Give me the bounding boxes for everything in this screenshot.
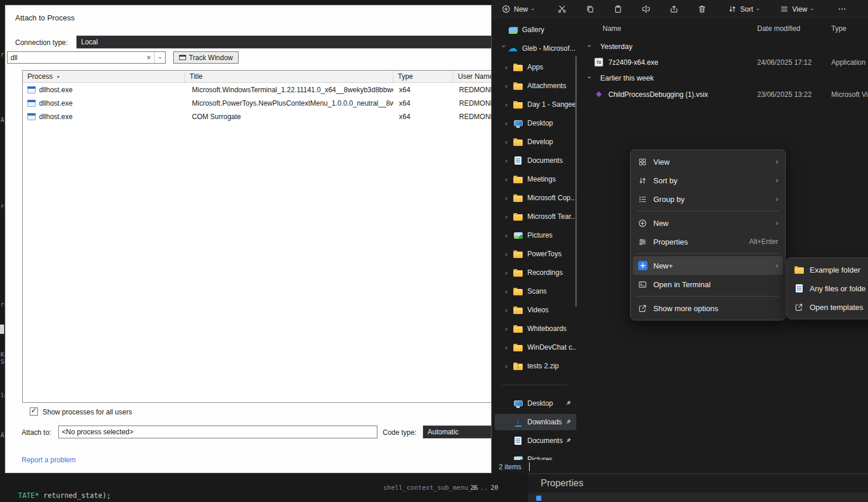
copy-button[interactable] xyxy=(582,2,598,16)
column-header-process[interactable]: Process▲ xyxy=(23,71,185,82)
chevron-right-icon[interactable]: › xyxy=(505,326,512,332)
chevron-right-icon[interactable]: › xyxy=(505,64,512,71)
external-arrow-icon xyxy=(638,304,648,313)
sidebar-item-microsoft-copilot[interactable]: ›Microsoft Cop... xyxy=(495,190,576,206)
chevron-down-icon[interactable]: › xyxy=(501,45,507,52)
submenu-item-open-templates[interactable]: Open templates xyxy=(789,298,868,316)
track-window-label: Track Window xyxy=(189,54,233,62)
chevron-right-icon[interactable]: › xyxy=(505,120,512,127)
process-filter-combobox[interactable]: × › xyxy=(7,51,166,64)
process-filter-input[interactable] xyxy=(8,54,144,62)
menu-item-show-more-options[interactable]: Show more options xyxy=(633,299,783,318)
menu-item-new-plus[interactable]: New+› xyxy=(633,256,783,275)
view-button[interactable]: View › xyxy=(776,2,817,16)
view-button-label: View xyxy=(792,5,807,13)
submenu-item-any-files[interactable]: Any files or folde xyxy=(789,279,868,298)
chevron-right-icon[interactable]: › xyxy=(505,83,512,89)
chevron-right-icon[interactable]: › xyxy=(505,214,512,220)
rename-icon xyxy=(642,5,650,13)
sidebar-item-label: Day 1 - Sangee... xyxy=(527,100,576,109)
delete-button[interactable] xyxy=(694,2,710,16)
column-header-username[interactable]: User Name xyxy=(453,71,492,82)
menu-item-open-in-terminal[interactable]: Open in Terminal xyxy=(633,275,783,294)
folder-icon xyxy=(513,196,523,202)
sidebar-item-downloads-pinned[interactable]: ↓Downloads xyxy=(495,414,576,430)
sidebar-item-documents-pinned[interactable]: Documents xyxy=(495,433,576,449)
paste-button[interactable] xyxy=(610,2,626,16)
chevron-right-icon[interactable]: › xyxy=(505,344,512,351)
chevron-right-icon[interactable]: › xyxy=(505,139,512,145)
menu-item-group-by[interactable]: Group by› xyxy=(633,190,783,208)
menu-item-view[interactable]: View› xyxy=(633,152,783,171)
submenu-item-example-folder[interactable]: Example folder xyxy=(789,260,868,279)
sidebar-item-tests-zip[interactable]: ›tests 2.zip xyxy=(495,358,576,374)
sidebar-item-videos[interactable]: ›Videos xyxy=(495,302,576,318)
new-button[interactable]: New › xyxy=(498,2,537,16)
group-collapse-icon[interactable]: › xyxy=(586,45,593,47)
sidebar-item-recordings[interactable]: ›Recordings xyxy=(495,264,576,281)
report-a-problem-link[interactable]: Report a problem xyxy=(22,456,76,464)
chevron-right-icon[interactable]: › xyxy=(505,288,512,295)
sidebar-item-desktop[interactable]: ›Desktop xyxy=(495,115,576,131)
sidebar-item-pictures[interactable]: ›Pictures xyxy=(495,227,576,243)
table-row[interactable]: dllhost.exe Microsoft.WindowsTerminal_1.… xyxy=(23,83,492,96)
cut-button[interactable] xyxy=(554,2,570,16)
menu-item-sort-by[interactable]: Sort by› xyxy=(633,171,783,190)
sidebar-item-label: WinDevChat c... xyxy=(527,343,576,351)
chevron-right-icon[interactable]: › xyxy=(505,232,512,239)
sort-button[interactable]: Sort › xyxy=(724,2,762,16)
column-header-name[interactable]: Name xyxy=(603,25,621,33)
sidebar-item-scans[interactable]: ›Scans xyxy=(495,283,576,299)
chevron-right-icon[interactable]: › xyxy=(505,251,512,257)
group-collapse-icon[interactable]: › xyxy=(586,76,593,79)
column-header-title[interactable]: Title xyxy=(185,71,393,82)
pin-icon xyxy=(565,437,572,445)
file-name[interactable]: 7z2409-x64.exe xyxy=(608,58,658,67)
sidebar-item-documents[interactable]: ›Documents xyxy=(495,152,576,169)
sidebar-item-powertoys[interactable]: ›PowerToys xyxy=(495,246,576,262)
chevron-right-icon[interactable]: › xyxy=(505,195,512,201)
track-window-button[interactable]: Track Window xyxy=(173,51,239,64)
sidebar-item-microsoft-teams[interactable]: ›Microsoft Tear... xyxy=(495,208,576,225)
sidebar-item-windevchat[interactable]: ›WinDevChat c... xyxy=(495,339,576,355)
sidebar-item-apps[interactable]: ›Apps xyxy=(495,59,576,75)
sidebar-item-gallery[interactable]: Gallery xyxy=(495,22,576,38)
table-row[interactable]: dllhost.exe Microsoft.PowerToys.NewPlusC… xyxy=(23,96,492,110)
chevron-right-icon[interactable]: › xyxy=(505,307,512,313)
column-header-date-modified[interactable]: Date modified xyxy=(757,25,800,33)
sidebar-item-desktop-pinned[interactable]: Desktop xyxy=(495,395,576,412)
share-button[interactable] xyxy=(666,2,682,16)
rename-button[interactable] xyxy=(638,2,654,16)
column-header-type[interactable]: Type xyxy=(831,25,846,33)
file-name[interactable]: ChildProcessDebugging (1).vsix xyxy=(608,90,708,99)
column-header-type[interactable]: Type xyxy=(393,71,453,82)
menu-item-new[interactable]: New› xyxy=(633,214,783,232)
chevron-right-icon[interactable]: › xyxy=(505,176,512,183)
folder-icon xyxy=(513,214,523,221)
sidebar-item-whiteboards[interactable]: ›Whiteboards xyxy=(495,320,576,337)
sidebar-item-meetings[interactable]: ›Meetings xyxy=(495,171,576,187)
clear-filter-icon[interactable]: × xyxy=(144,54,154,62)
sidebar-item-develop[interactable]: ›Develop xyxy=(495,134,576,150)
attach-to-field[interactable] xyxy=(58,426,377,438)
sidebar-scrollbar[interactable] xyxy=(575,56,577,307)
shortcut-label: Alt+Enter xyxy=(749,238,778,246)
chevron-right-icon[interactable]: › xyxy=(505,270,512,276)
sidebar-item-onedrive[interactable]: ›☁Gleb - Microsof... xyxy=(495,40,576,57)
group-header-yesterday[interactable]: Yesterday xyxy=(600,43,632,51)
show-all-users-checkbox[interactable]: ✓ xyxy=(30,407,38,416)
group-list-icon xyxy=(638,195,648,204)
connection-type-combobox[interactable]: Local xyxy=(76,36,492,48)
table-row[interactable]: dllhost.exe COM Surrogate x64 REDMOND xyxy=(23,110,492,123)
group-header-earlier-this-week[interactable]: Earlier this week xyxy=(600,74,654,82)
menu-item-properties[interactable]: PropertiesAlt+Enter xyxy=(633,232,783,251)
folder-icon xyxy=(513,252,523,258)
see-more-button[interactable] xyxy=(833,2,850,16)
code-type-combobox[interactable]: Automatic xyxy=(423,426,492,438)
chevron-down-icon[interactable]: › xyxy=(157,57,163,58)
chevron-right-icon[interactable]: › xyxy=(505,363,512,369)
chevron-right-icon[interactable]: › xyxy=(505,102,512,108)
sidebar-item-day1[interactable]: ›Day 1 - Sangee... xyxy=(495,96,576,113)
sidebar-item-attachments[interactable]: ›Attachments xyxy=(495,78,576,94)
chevron-right-icon[interactable]: › xyxy=(505,158,512,164)
